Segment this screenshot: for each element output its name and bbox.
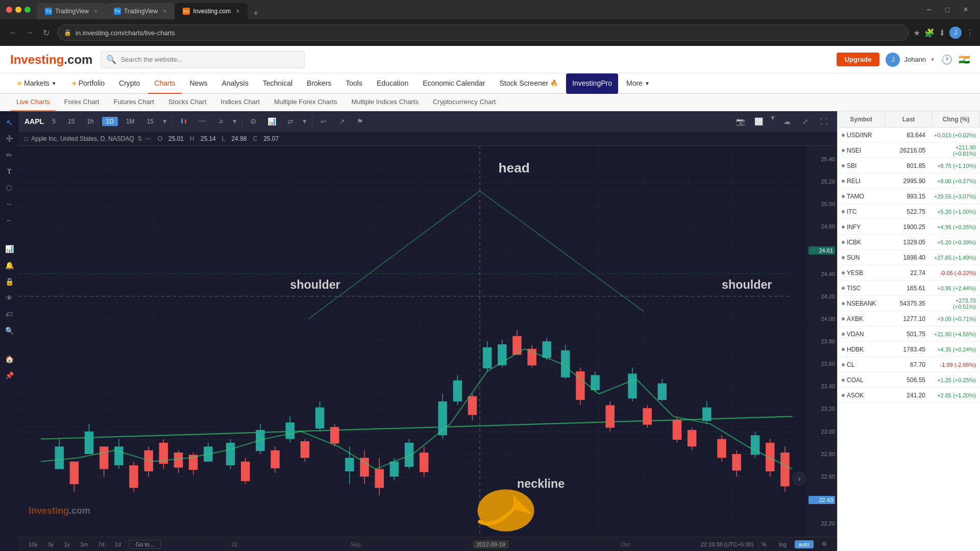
nav-portfolio[interactable]: ★ Portfolio (65, 73, 111, 94)
compare-icon[interactable]: ⇄ (283, 114, 298, 129)
settings-bottom-icon[interactable]: ⚙ (818, 540, 831, 548)
menu-dots-icon[interactable]: ⋮ (966, 28, 974, 38)
nav-brokers[interactable]: Brokers (301, 73, 337, 94)
publish-icon[interactable]: ⤢ (798, 114, 813, 129)
indicators-chart-icon[interactable]: 📊 (265, 114, 279, 129)
more-tools-icon[interactable]: ▼ (302, 118, 308, 125)
range-1d[interactable]: 1d (111, 540, 125, 548)
user-dropdown-icon[interactable]: ▼ (930, 57, 935, 62)
nav-tools[interactable]: Tools (339, 73, 369, 94)
bar-chart-icon[interactable]: ⫡ (213, 114, 228, 129)
user-area[interactable]: J Johann ▼ (886, 53, 935, 67)
stock-row[interactable]: ITC 522.75 +5.20 (+1.00%) (838, 204, 980, 219)
stock-row[interactable]: TAMO 993.15 +29.55 (+3.07%) (838, 189, 980, 204)
line-chart-icon[interactable]: 〰 (195, 114, 209, 129)
range-10y[interactable]: 10y (24, 540, 42, 548)
stock-row[interactable]: NSEBANK 54375.35 +273.70 (+0.51%) (838, 296, 980, 311)
stock-row[interactable]: COAL 506.55 +1.25 (+0.25%) (838, 372, 980, 388)
stock-row[interactable]: ASOK 241.20 +2.85 (+1.20%) (838, 388, 980, 403)
nav-stock-screener[interactable]: Stock Screener 🔥 (493, 73, 564, 94)
url-bar[interactable]: 🔒 in.investing.com/charts/live-charts (57, 24, 909, 41)
measure-tool-icon[interactable]: ↔ (2, 197, 16, 211)
stock-row[interactable]: VDAN 501.75 +21.90 (+4.56%) (838, 327, 980, 342)
chart-type-dropdown-icon[interactable]: ▼ (232, 118, 238, 125)
subnav-multiple-indices-charts[interactable]: Multiple Indices Charts (345, 94, 425, 111)
stock-row[interactable]: USD/INR 83.644 +0.015 (+0.02%) (838, 128, 980, 143)
text-tool-icon[interactable]: T (2, 164, 16, 179)
subnav-indices-chart[interactable]: Indices Chart (214, 94, 266, 111)
range-3y[interactable]: 3y (44, 540, 58, 548)
tab3-close[interactable]: × (236, 8, 239, 15)
zoom-icon[interactable]: 🔍 (2, 323, 16, 338)
close-window-icon[interactable]: × (958, 2, 974, 18)
range-1m[interactable]: 1m (76, 540, 92, 548)
time-dropdown-icon[interactable]: ▼ (162, 118, 168, 125)
pct-btn[interactable]: % (757, 540, 771, 548)
window-close-btn[interactable] (6, 7, 12, 13)
ohlc-more-icon[interactable]: ⋯ (145, 135, 152, 142)
window-minimize-btn[interactable] (15, 7, 21, 13)
log-btn[interactable]: log (775, 540, 791, 548)
nav-markets[interactable]: ★ Markets ▼ (10, 73, 63, 94)
browser-tab-2[interactable]: TV TradingView × (106, 3, 175, 19)
extension-icon[interactable]: 🧩 (924, 28, 935, 38)
nav-crypto[interactable]: Crypto (113, 73, 146, 94)
nav-charts[interactable]: Charts (148, 73, 181, 94)
chart-canvas[interactable]: head shoulder shoulder neckline (18, 146, 837, 537)
nav-investing-pro[interactable]: InvestingPro (566, 73, 618, 94)
replay-icon[interactable]: ↩ (316, 114, 331, 129)
subnav-cryptocurrency-chart[interactable]: Cryptocurrency Chart (427, 94, 502, 111)
crosshair-tool-icon[interactable]: ✛ (2, 132, 16, 146)
pen-tool-icon[interactable]: ✏ (2, 148, 16, 162)
pin-icon[interactable]: 📌 (2, 368, 16, 383)
range-1y[interactable]: 1y (60, 540, 74, 548)
ticker-label[interactable]: AAPL (24, 117, 44, 126)
cloud-icon[interactable]: ☁ (780, 114, 794, 129)
home-icon[interactable]: 🏠 (2, 352, 16, 366)
download-icon[interactable]: ⬇ (939, 28, 945, 38)
tab1-close[interactable]: × (94, 8, 97, 15)
stock-row[interactable]: SBI 801.85 +8.75 (+1.10%) (838, 158, 980, 173)
nav-more[interactable]: More ▼ (620, 73, 656, 94)
time-btn-5[interactable]: 5 (48, 117, 60, 126)
search-bar[interactable]: 🔍 (101, 51, 305, 68)
subnav-futures-chart[interactable]: Futures Chart (107, 94, 160, 111)
search-input[interactable] (120, 56, 299, 63)
time-btn-15[interactable]: 15 (64, 117, 79, 126)
time-btn-1m[interactable]: 1M (122, 117, 139, 126)
refresh-button[interactable]: ↻ (39, 26, 53, 40)
time-btn-1d[interactable]: 1D (102, 117, 118, 126)
window-maximize-btn[interactable] (24, 7, 31, 13)
forward-button[interactable]: → (22, 26, 37, 40)
upgrade-button[interactable]: Upgrade (837, 53, 880, 66)
eye-icon[interactable]: 👁 (2, 291, 16, 305)
settings-gear-icon[interactable]: ⚙ (247, 114, 261, 129)
stock-row[interactable]: HDBK 1783.45 +4.35 (+0.24%) (838, 342, 980, 357)
new-tab-button[interactable]: + (250, 7, 262, 19)
back-nav-icon[interactable]: ← (2, 213, 16, 228)
shapes-tool-icon[interactable]: ⬡ (2, 181, 16, 195)
share-icon[interactable]: ↗ (335, 114, 349, 129)
stock-row[interactable]: SUN 1898.40 +27.85 (+1.49%) (838, 250, 980, 265)
nav-education[interactable]: Education (371, 73, 414, 94)
tab2-close[interactable]: × (163, 8, 166, 15)
stock-row[interactable]: TISC 165.61 +3.95 (+2.44%) (838, 281, 980, 296)
stock-row[interactable]: AXBK 1277.10 +9.00 (+0.71%) (838, 311, 980, 327)
camera-icon[interactable]: 📷 (733, 114, 747, 129)
stock-row[interactable]: RELI 2995.90 +8.00 (+0.27%) (838, 173, 980, 189)
nav-economic-calendar[interactable]: Economic Calendar (416, 73, 491, 94)
browser-tab-3[interactable]: Inv Investing.com × (175, 3, 248, 19)
stock-row[interactable]: ICBK 1329.05 +5.20 (+0.39%) (838, 235, 980, 250)
alerts-icon[interactable]: 🔔 (2, 258, 16, 272)
scroll-next-icon[interactable]: › (792, 471, 806, 486)
nav-technical[interactable]: Technical (257, 73, 299, 94)
alert-flag-icon[interactable]: ⚑ (353, 114, 368, 129)
range-7d[interactable]: 7d (94, 540, 108, 548)
subnav-forex-chart[interactable]: Forex Chart (58, 94, 106, 111)
stock-row[interactable]: NSEI 26216.05 +211.90 (+0.81%) (838, 143, 980, 158)
minimize-icon[interactable]: − (921, 2, 937, 18)
nav-analysis[interactable]: Analysis (216, 73, 255, 94)
logo[interactable]: Investing.com (10, 53, 92, 67)
stock-row[interactable]: YESB 22.74 -0.05 (-0.22%) (838, 265, 980, 281)
lock-icon[interactable]: 🔒 (2, 274, 16, 289)
